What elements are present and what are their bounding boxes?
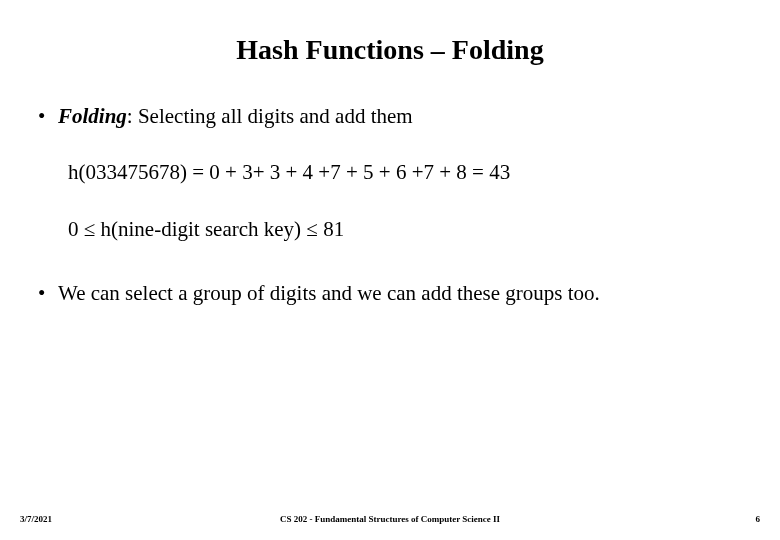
slide-title: Hash Functions – Folding xyxy=(36,34,744,66)
bullet-folding: Folding: Selecting all digits and add th… xyxy=(58,102,744,130)
bullet-list-2: We can select a group of digits and we c… xyxy=(36,279,744,307)
bullet-list: Folding: Selecting all digits and add th… xyxy=(36,102,744,130)
footer-date: 3/7/2021 xyxy=(20,514,52,524)
slide: Hash Functions – Folding Folding: Select… xyxy=(0,0,780,540)
bullet-folding-term: Folding xyxy=(58,104,127,128)
bullet-folding-rest: : Selecting all digits and add them xyxy=(127,104,413,128)
range-line: 0 ≤ h(nine-digit search key) ≤ 81 xyxy=(68,215,744,243)
bullet-group: We can select a group of digits and we c… xyxy=(58,279,744,307)
footer-page-number: 6 xyxy=(756,514,761,524)
footer-course: CS 202 - Fundamental Structures of Compu… xyxy=(280,514,500,524)
equation-line: h(033475678) = 0 + 3+ 3 + 4 +7 + 5 + 6 +… xyxy=(68,158,744,186)
